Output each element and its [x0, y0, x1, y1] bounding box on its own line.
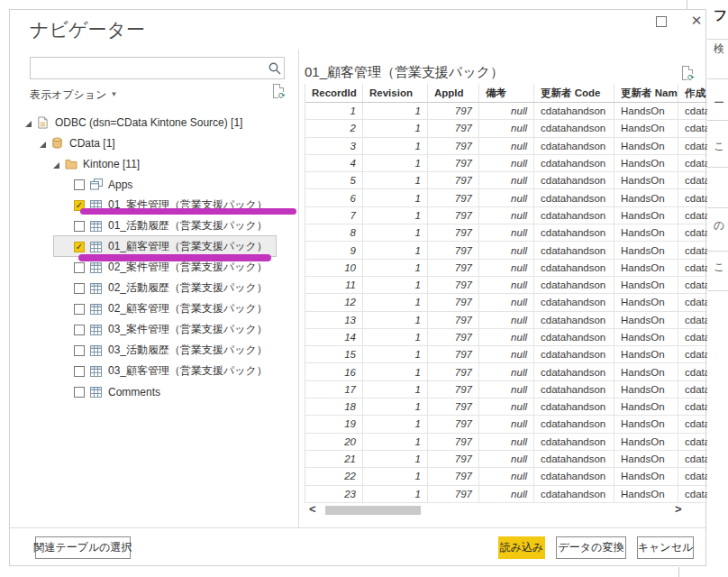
table-cell: 797 [428, 294, 479, 310]
table-cell: null [479, 434, 534, 450]
table-row: 201797nullcdatahandsonHandsOncdatahandso… [305, 434, 707, 451]
horizontal-scrollbar-thumb[interactable] [325, 506, 421, 515]
item-checkbox[interactable] [74, 366, 85, 377]
table-cell: HandsOn [614, 294, 678, 310]
table-row: 131797nullcdatahandsonHandsOncdatahandso… [305, 312, 707, 329]
table-cell: cdatahandson [534, 468, 614, 484]
item-checkbox[interactable] [74, 221, 85, 232]
scroll-right-icon[interactable]: > [675, 502, 682, 516]
table-cell: 20 [305, 434, 363, 450]
table-cell: 797 [428, 346, 479, 362]
maximize-button[interactable] [656, 16, 667, 27]
table-cell: null [479, 486, 534, 502]
column-header[interactable]: Revision [363, 84, 428, 102]
tree-item[interactable]: 02_顧客管理（営業支援パック） [12, 298, 293, 319]
table-cell: null [479, 416, 534, 432]
table-cell: HandsOn [614, 468, 678, 484]
load-button[interactable]: 読み込み [498, 536, 545, 559]
tree-item[interactable]: CData [1] [12, 133, 293, 153]
table-cell: cdatahandson [678, 189, 707, 206]
item-checkbox[interactable] [74, 387, 85, 398]
display-options-label: 表示オプション [30, 88, 106, 101]
table-cell: null [479, 294, 534, 310]
tree-item[interactable]: Comments [12, 381, 293, 402]
refresh-preview-icon[interactable]: ⟳ [273, 84, 286, 103]
item-checkbox[interactable] [74, 262, 85, 273]
item-checkbox[interactable] [74, 304, 85, 315]
column-header[interactable]: RecordId [305, 84, 363, 102]
tree-item-label: 01_顧客管理（営業支援パック） [108, 239, 268, 254]
transform-data-button[interactable]: データの変換 [556, 536, 626, 559]
table-cell: HandsOn [614, 120, 678, 136]
select-related-tables-button[interactable]: 関連テーブルの選択 [35, 536, 131, 559]
tree-item[interactable]: Kintone [11] [12, 153, 293, 174]
table-cell: 1 [363, 138, 428, 154]
background-separator [707, 207, 728, 208]
search-input[interactable] [34, 60, 264, 77]
tree-item-label: 02_活動履歴（営業支援パック） [108, 280, 268, 296]
scroll-left-icon[interactable]: < [309, 502, 316, 516]
background-separator [707, 290, 728, 291]
tree-item-label: 02_案件管理（営業支援パック） [108, 260, 268, 275]
table-cell: null [479, 260, 534, 276]
table-row: 171797nullcdatahandsonHandsOncdatahandso… [305, 381, 707, 398]
table-cell: cdatahandson [534, 277, 614, 293]
table-cell: HandsOn [614, 329, 678, 345]
item-checkbox[interactable] [74, 179, 85, 190]
close-icon[interactable]: ✕ [688, 12, 705, 30]
item-checkbox[interactable] [74, 345, 85, 356]
dialog-title: ナビゲーター [30, 17, 145, 42]
table-cell: HandsOn [614, 434, 678, 450]
refresh-preview-icon[interactable]: ⟳ [682, 66, 695, 85]
table-cell: null [479, 277, 534, 293]
column-header[interactable]: 更新者 Code [534, 84, 614, 102]
display-options-dropdown[interactable]: 表示オプション▼ [30, 87, 117, 103]
column-header[interactable]: AppId [428, 84, 479, 102]
tree-item-label: 03_顧客管理（営業支援パック） [108, 363, 268, 379]
table-cell: 1 [305, 103, 363, 119]
item-checkbox[interactable] [74, 325, 85, 335]
expander-icon[interactable] [24, 118, 32, 126]
table-cell: cdatahandson [678, 120, 707, 136]
expander-icon[interactable] [39, 139, 47, 147]
table-cell: HandsOn [614, 189, 678, 206]
table-cell: cdatahandson [678, 346, 707, 362]
tree-item[interactable]: Apps [12, 174, 293, 195]
tree-item[interactable]: 03_案件管理（営業支援パック） [12, 319, 293, 340]
table-cell: 797 [428, 207, 479, 224]
tree-item[interactable]: 03_活動履歴（営業支援パック） [12, 340, 293, 361]
item-checkbox[interactable] [74, 283, 85, 294]
table-cell: cdatahandson [678, 468, 707, 484]
table-cell: cdatahandson [678, 486, 707, 502]
table-cell: 797 [428, 381, 479, 398]
tree-item[interactable]: ODBC (dsn=CData Kintone Source) [1] [12, 112, 293, 133]
tree-item[interactable]: 02_活動履歴（営業支援パック） [12, 278, 293, 298]
background-window-edge [678, 567, 679, 577]
table-cell: cdatahandson [678, 155, 707, 171]
table-cell: 1 [363, 294, 428, 310]
table-row: 91797nullcdatahandsonHandsOncdatahandson [305, 242, 707, 259]
column-header[interactable]: 更新者 Name [614, 84, 678, 102]
tree-item[interactable]: 03_顧客管理（営業支援パック） [12, 361, 293, 381]
cancel-button[interactable]: キャンセル [637, 536, 694, 559]
item-checkbox[interactable]: ✓ [74, 242, 85, 252]
table-cell: HandsOn [614, 363, 678, 380]
background-text-fragment: 検 [714, 41, 724, 57]
table-row: 181797nullcdatahandsonHandsOncdatahandso… [305, 398, 707, 416]
table-cell: 6 [305, 189, 363, 206]
column-header[interactable]: 備考 [479, 84, 534, 102]
search-box [30, 57, 285, 79]
table-icon [90, 303, 103, 316]
view-icon [90, 179, 103, 191]
tree-item-label: 03_案件管理（営業支援パック） [108, 322, 268, 337]
tree-item[interactable]: 01_活動履歴（営業支援パック） [12, 215, 293, 236]
column-header[interactable]: 作成 [678, 84, 707, 102]
table-cell: 797 [428, 224, 479, 241]
expander-icon[interactable] [52, 160, 60, 168]
table-cell: HandsOn [614, 260, 678, 276]
table-cell: 1 [363, 329, 428, 345]
search-icon[interactable] [268, 61, 282, 76]
table-cell: 1 [363, 312, 428, 328]
table-cell: 5 [305, 172, 363, 188]
table-cell: HandsOn [614, 242, 678, 258]
